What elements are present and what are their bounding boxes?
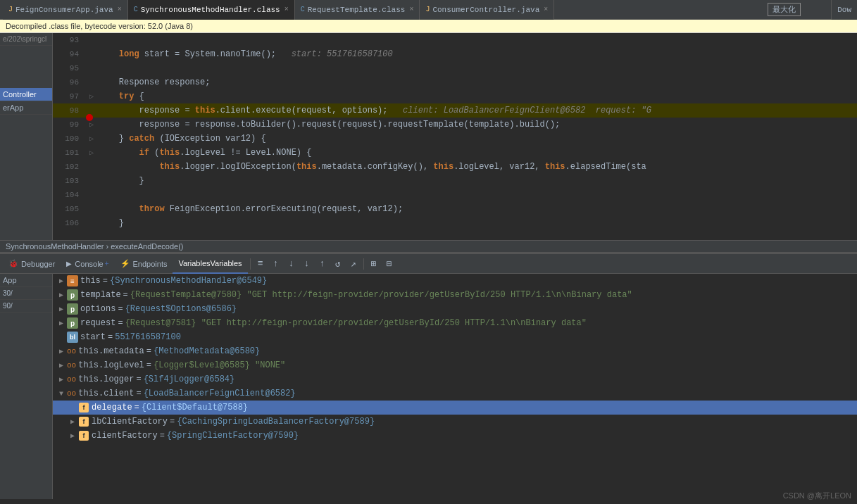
tab-icon-java2: J (425, 6, 430, 13)
code-line-93: 93 (53, 33, 857, 47)
code-line-98: 98 response = this.client.execute(reques… (53, 103, 857, 118)
var-toggle-template[interactable] (56, 291, 67, 299)
var-icon-client-factory: f (79, 431, 89, 441)
toolbar-btn-step-over[interactable]: ↑ (269, 257, 283, 271)
code-line-99: 99 ▷ response = response.toBuilder().req… (53, 118, 857, 132)
toolbar-separator-1 (250, 258, 251, 270)
code-line-94: 94 long start = System.nanoTime(); start… (53, 47, 857, 61)
var-toggle-this-metadata[interactable] (56, 347, 67, 355)
code-line-97: 97 ▷ try { (53, 89, 857, 103)
sidebar-item-app[interactable]: erApp (0, 101, 52, 115)
var-toggle-this[interactable] (56, 277, 67, 285)
code-line-101: 101 ▷ if (this.logLevel != Level.NONE) { (53, 146, 857, 160)
breadcrumb: SynchronousMethodHandler › executeAndDec… (0, 240, 857, 253)
tab-variables[interactable]: Variables Variables (173, 254, 247, 274)
tab-endpoints[interactable]: ⚡ Endpoints (115, 254, 173, 274)
tab-close-0[interactable]: × (118, 6, 122, 13)
var-toggle-lb-factory[interactable] (67, 417, 78, 426)
code-line-105: 105 throw FeignException.errorExecuting(… (53, 202, 857, 216)
code-line-96: 96 Response response; (53, 75, 857, 89)
var-row-template[interactable]: p template = {RequestTemplate@7580} "GET… (53, 288, 857, 302)
var-icon-start: bl (67, 332, 78, 343)
maximize-button[interactable]: 最大化 (768, 3, 801, 16)
debugger-icon: 🐞 (8, 259, 18, 268)
toolbar-btn-step-into[interactable]: ↓ (284, 257, 299, 271)
tab-consumer-controller[interactable]: J ConsumerController.java × (420, 0, 554, 20)
var-row-this-loglevel[interactable]: oo this.logLevel = {Logger$Level@6585} "… (53, 358, 857, 372)
var-row-start[interactable]: bl start = 5517616587100 (53, 330, 857, 344)
var-toggle-this-loglevel[interactable] (56, 361, 67, 370)
debug-left-sidebar: App 30/ 90/ (0, 274, 53, 499)
code-line-106: 106 } (53, 216, 857, 230)
debug-toolbar: 🐞 Debugger ▶ Console + ⚡ Endpoints Varia… (0, 254, 857, 274)
code-line-103: 103 } (53, 174, 857, 188)
toolbar-btn-list[interactable]: ⊟ (382, 257, 396, 271)
dow-button[interactable]: Dow (831, 0, 857, 20)
code-line-100: 100 ▷ } catch (IOException var12) { (53, 132, 857, 146)
var-icon-this-client: oo (67, 389, 76, 398)
var-row-this-logger[interactable]: oo this.logger = {Slf4jLogger@6584} (53, 372, 857, 386)
var-icon-this-loglevel: oo (67, 361, 76, 370)
code-line-95: 95 (53, 61, 857, 75)
tab-close-1[interactable]: × (284, 6, 289, 13)
toolbar-btn-evaluate[interactable]: ↗ (346, 257, 361, 271)
tab-variables-label: Variables (211, 259, 242, 267)
var-row-delegate[interactable]: f delegate = {Client$Default@7588} (53, 401, 857, 415)
tab-icon-class: C (134, 6, 138, 13)
var-icon-options: p (67, 303, 78, 315)
tab-bar: J FeignConsumerApp.java × C SynchronousM… (0, 0, 857, 20)
var-toggle-request[interactable] (56, 319, 67, 327)
var-toggle-options[interactable] (56, 305, 67, 313)
debug-content: App 30/ 90/ ≡ this = {SynchronousMethodH… (0, 274, 857, 499)
var-toggle-this-logger[interactable] (56, 375, 67, 384)
toolbar-btn-grid[interactable]: ⊞ (367, 257, 381, 271)
debug-sidebar-path2[interactable]: 90/ (0, 300, 52, 313)
var-row-this[interactable]: ≡ this = {SynchronousMethodHandler@6549} (53, 274, 857, 288)
var-toggle-this-client[interactable] (56, 390, 67, 398)
var-icon-request: p (67, 317, 78, 329)
toolbar-btn-force-step[interactable]: ↓ (300, 257, 314, 271)
debug-sidebar-app-item[interactable]: App (0, 274, 52, 287)
tab-console[interactable]: ▶ Console + (61, 254, 114, 274)
debug-sidebar-path1[interactable]: 30/ (0, 287, 52, 300)
notice-bar: Decompiled .class file, bytecode version… (0, 20, 857, 33)
tab-close-2[interactable]: × (409, 6, 413, 13)
var-icon-this-logger: oo (67, 375, 76, 384)
editor-area: e/202\springcl Controller erApp 93 94 lo… (0, 33, 857, 240)
debug-panel: 🐞 Debugger ▶ Console + ⚡ Endpoints Varia… (0, 253, 857, 499)
var-icon-this-metadata: oo (67, 347, 76, 355)
toolbar-btn-run-cursor[interactable]: ↺ (331, 257, 345, 271)
sidebar-item-path: e/202\springcl (0, 33, 52, 46)
console-icon: ▶ (66, 260, 72, 267)
tab-synchronous[interactable]: C SynchronousMethodHandler.class × (128, 0, 295, 20)
left-sidebar: e/202\springcl Controller erApp (0, 33, 53, 240)
var-icon-this: ≡ (67, 275, 78, 286)
var-icon-lb-factory: f (79, 417, 89, 427)
toolbar-btn-menu[interactable]: ≡ (254, 257, 268, 271)
tab-feign-consumer[interactable]: J FeignConsumerApp.java × (3, 0, 128, 20)
tab-debugger[interactable]: 🐞 Debugger (3, 254, 61, 274)
tab-close-3[interactable]: × (544, 6, 548, 13)
toolbar-btn-step-out[interactable]: ↑ (315, 257, 330, 271)
var-icon-delegate: f (79, 403, 89, 412)
var-row-options[interactable]: p options = {Request$Options@6586} (53, 302, 857, 316)
var-row-request[interactable]: p request = {Request@7581} "GET http://f… (53, 316, 857, 330)
watermark: CSDN @离开LEON (783, 491, 851, 501)
var-row-this-client[interactable]: oo this.client = {LoadBalancerFeignClien… (53, 386, 857, 401)
breakpoint-indicator[interactable] (86, 114, 93, 121)
var-row-lb-client-factory[interactable]: f lbClientFactory = {CachingSpringLoadBa… (53, 415, 857, 429)
sidebar-item-controller[interactable]: Controller (0, 88, 52, 101)
code-line-104: 104 (53, 188, 857, 202)
tab-request-template[interactable]: C RequestTemplate.class × (295, 0, 420, 20)
tab-icon-java: J (8, 6, 13, 13)
endpoints-icon: ⚡ (120, 259, 130, 268)
var-icon-template: p (67, 289, 78, 301)
variables-panel: ≡ this = {SynchronousMethodHandler@6549}… (53, 274, 857, 499)
code-editor: 93 94 long start = System.nanoTime(); st… (53, 33, 857, 240)
toolbar-separator-2 (363, 258, 364, 270)
var-row-this-metadata[interactable]: oo this.metadata = {MethodMetadata@6580} (53, 344, 857, 358)
var-row-client-factory[interactable]: f clientFactory = {SpringClientFactory@7… (53, 429, 857, 443)
var-toggle-client-factory[interactable] (67, 431, 78, 440)
code-line-102: 102 this.logger.logIOException(this.meta… (53, 160, 857, 174)
tab-icon-class2: C (301, 6, 305, 13)
